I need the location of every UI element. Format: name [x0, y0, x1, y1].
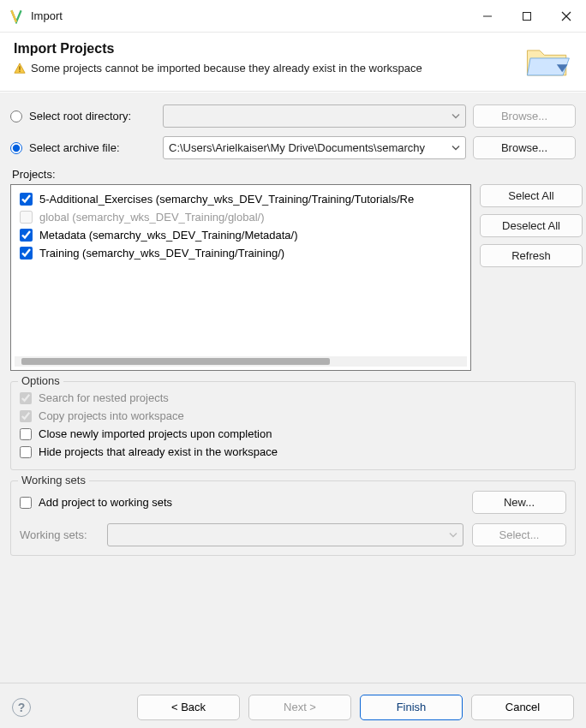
root-directory-radio[interactable] — [10, 110, 22, 122]
project-checkbox[interactable] — [20, 247, 33, 260]
warning-icon — [14, 63, 26, 75]
next-button: Next > — [248, 695, 351, 720]
chevron-down-icon — [449, 528, 457, 541]
chevron-down-icon — [451, 141, 460, 154]
maximize-button[interactable] — [507, 0, 547, 32]
svg-rect-5 — [19, 70, 20, 71]
add-to-working-sets-checkbox[interactable] — [20, 497, 32, 509]
working-sets-label: Working sets: — [20, 528, 99, 541]
help-icon[interactable]: ? — [12, 698, 31, 717]
window-controls — [468, 0, 586, 32]
browse-root-button[interactable]: Browse... — [473, 104, 576, 128]
finish-button[interactable]: Finish — [360, 695, 463, 720]
project-checkbox[interactable] — [20, 229, 33, 242]
select-all-button[interactable]: Select All — [480, 184, 583, 207]
svg-rect-1 — [523, 12, 531, 20]
scrollbar-thumb[interactable] — [21, 358, 330, 365]
browse-archive-button[interactable]: Browse... — [473, 136, 576, 159]
project-item: global (semarchy_wks_DEV_Training/global… — [15, 208, 467, 226]
archive-file-label: Select archive file: — [29, 141, 156, 154]
cancel-button[interactable]: Cancel — [471, 695, 574, 720]
copy-workspace-checkbox — [20, 410, 32, 422]
root-directory-combo[interactable] — [163, 104, 466, 128]
hide-existing-checkbox[interactable] — [20, 446, 32, 458]
projects-list[interactable]: 5-Additional_Exercises (semarchy_wks_DEV… — [10, 184, 471, 371]
projects-label: Projects: — [12, 168, 576, 181]
warning-message: Some projects cannot be imported because… — [31, 62, 422, 75]
project-item[interactable]: Metadata (semarchy_wks_DEV_Training/Meta… — [15, 226, 467, 244]
options-group: Options Search for nested projects Copy … — [10, 381, 576, 470]
back-button[interactable]: < Back — [137, 695, 240, 720]
wizard-footer: ? < Back Next > Finish Cancel — [0, 683, 586, 728]
app-icon — [9, 9, 24, 24]
project-checkbox — [20, 211, 33, 224]
page-title: Import Projects — [14, 41, 514, 57]
close-button[interactable] — [547, 0, 586, 32]
svg-rect-4 — [19, 66, 20, 69]
project-item[interactable]: Training (semarchy_wks_DEV_Training/Trai… — [15, 244, 467, 262]
chevron-down-icon — [451, 110, 460, 122]
import-folder-icon — [523, 41, 572, 81]
select-working-set-button: Select... — [472, 523, 566, 546]
deselect-all-button[interactable]: Deselect All — [480, 214, 583, 237]
close-on-done-checkbox[interactable] — [20, 428, 32, 440]
wizard-header: Import Projects Some projects cannot be … — [0, 33, 586, 92]
minimize-button[interactable] — [468, 0, 507, 32]
project-checkbox[interactable] — [20, 193, 33, 206]
options-title: Options — [18, 374, 63, 387]
archive-file-combo[interactable]: C:\Users\Arielkaiser\My Drive\Documents\… — [163, 136, 466, 159]
titlebar: Import — [0, 0, 586, 33]
horizontal-scrollbar[interactable] — [15, 356, 467, 367]
project-item[interactable]: 5-Additional_Exercises (semarchy_wks_DEV… — [15, 190, 467, 208]
archive-file-radio[interactable] — [10, 142, 22, 154]
new-working-set-button[interactable]: New... — [472, 491, 566, 514]
working-sets-group: Working sets Add project to working sets… — [10, 480, 576, 556]
search-nested-checkbox — [20, 392, 32, 404]
refresh-button[interactable]: Refresh — [480, 244, 583, 267]
wizard-body: Select root directory: Browse... Select … — [0, 92, 586, 683]
working-sets-combo — [107, 523, 463, 546]
working-sets-title: Working sets — [18, 474, 89, 486]
root-directory-label: Select root directory: — [29, 110, 156, 122]
window-title: Import — [31, 9, 468, 22]
